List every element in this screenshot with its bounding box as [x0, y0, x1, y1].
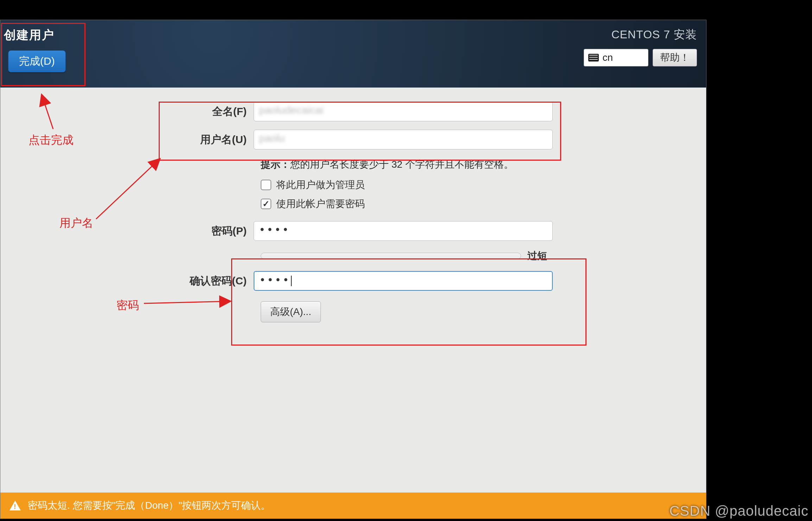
header-right: CENTOS 7 安装 cn 帮助！ [584, 20, 706, 88]
password-strength-bar [261, 253, 521, 259]
page-title: 创建用户 [3, 27, 66, 43]
keyboard-language-selector[interactable]: cn [584, 49, 648, 66]
require-password-checkbox[interactable] [261, 199, 271, 209]
username-hint: 提示：您的用户名长度要少于 32 个字符并且不能有空格。 [261, 158, 685, 171]
confirm-password-label: 确认密码(C) [21, 274, 254, 288]
text-cursor [291, 276, 292, 286]
installer-window: 创建用户 完成(D) CENTOS 7 安装 cn 帮助！ 全名(F) [0, 20, 706, 519]
screenshot-canvas: 创建用户 完成(D) CENTOS 7 安装 cn 帮助！ 全名(F) [0, 0, 812, 521]
advanced-button[interactable]: 高级(A)... [261, 301, 321, 322]
language-code: cn [602, 52, 613, 63]
confirm-password-value: •••• [259, 274, 290, 286]
row-admin-checkbox: 将此用户做为管理员 [261, 178, 685, 192]
row-username: 用户名(U) paolu [21, 130, 685, 149]
password-strength-text: 过短 [527, 249, 547, 263]
password-input[interactable]: •••• [254, 221, 553, 241]
confirm-password-input[interactable]: •••• [254, 271, 553, 291]
help-button[interactable]: 帮助！ [653, 49, 697, 66]
done-button[interactable]: 完成(D) [8, 50, 66, 72]
fullname-value: paoludecaicai [259, 104, 323, 116]
form-area: 全名(F) paoludecaicai 用户名(U) paolu 提示：您的用户… [0, 88, 706, 493]
hint-prefix: 提示： [261, 159, 290, 170]
row-password-strength: 过短 [261, 249, 685, 263]
row-require-password-checkbox: 使用此帐户需要密码 [261, 197, 685, 211]
row-confirm-password: 确认密码(C) •••• [21, 271, 685, 291]
keyboard-icon [588, 54, 599, 62]
header-left: 创建用户 完成(D) [0, 20, 69, 88]
header-bar: 创建用户 完成(D) CENTOS 7 安装 cn 帮助！ [0, 20, 706, 88]
brand-label: CENTOS 7 安装 [584, 27, 697, 43]
username-value: paolu [259, 132, 285, 144]
fullname-input[interactable]: paoludecaicai [254, 102, 553, 121]
warning-icon [9, 501, 21, 510]
admin-checkbox-label: 将此用户做为管理员 [276, 178, 365, 192]
password-label: 密码(P) [21, 224, 254, 238]
admin-checkbox[interactable] [261, 180, 271, 190]
username-label: 用户名(U) [21, 133, 254, 147]
require-password-checkbox-label: 使用此帐户需要密码 [276, 197, 365, 211]
fullname-label: 全名(F) [21, 104, 254, 119]
row-fullname: 全名(F) paoludecaicai [21, 102, 685, 121]
warning-bar: 密码太短. 您需要按"完成（Done）"按钮两次方可确认。 [0, 493, 706, 519]
username-input[interactable]: paolu [254, 130, 553, 149]
row-password: 密码(P) •••• [21, 221, 685, 241]
hint-text: 您的用户名长度要少于 32 个字符并且不能有空格。 [290, 159, 514, 170]
password-value: •••• [259, 224, 290, 236]
header-tools: cn 帮助！ [584, 49, 697, 66]
warning-text: 密码太短. 您需要按"完成（Done）"按钮两次方可确认。 [28, 499, 271, 512]
